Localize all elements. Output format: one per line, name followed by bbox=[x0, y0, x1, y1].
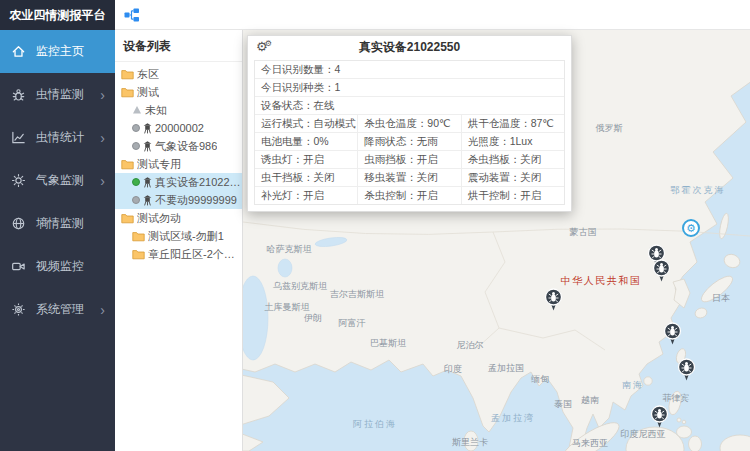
tree-node-label: 东区 bbox=[137, 67, 159, 82]
insect-device-marker[interactable] bbox=[650, 405, 669, 428]
popup-grid-cell: 杀虫仓温度：90℃ bbox=[358, 115, 461, 132]
popup-grid-cell: 降雨状态：无雨 bbox=[358, 133, 461, 150]
sidebar-item-monitor-home[interactable]: 监控主页 bbox=[0, 30, 115, 73]
sidebar-item-label: 气象监测 bbox=[36, 172, 84, 189]
sidebar-item-soil-monitor[interactable]: 墒情监测 bbox=[0, 202, 115, 245]
soil-icon bbox=[10, 216, 27, 231]
folder-icon bbox=[121, 87, 134, 98]
popup-grid-row: 补光灯：开启杀虫控制：开启烘干控制：开启 bbox=[255, 187, 564, 204]
insect-device-marker[interactable] bbox=[652, 259, 671, 282]
popup-grid-cell: 运行模式：自动模式 bbox=[255, 115, 358, 132]
tree-toggle-icon[interactable] bbox=[124, 7, 140, 23]
tree-folder[interactable]: 测试专用 bbox=[115, 155, 242, 173]
status-dot-gray bbox=[132, 124, 140, 132]
popup-grid-cell: 电池电量：0% bbox=[255, 133, 358, 150]
insect-device-marker[interactable] bbox=[677, 358, 696, 381]
tree-folder[interactable]: 测试 bbox=[115, 83, 242, 101]
weather-icon bbox=[10, 173, 27, 188]
app-root: 俄罗斯蒙古国哈萨克斯坦乌兹别克斯坦吉尔吉斯斯坦土库曼斯坦伊朗阿富汗巴基斯坦尼泊尔… bbox=[0, 0, 750, 451]
popup-grid-cell: 杀虫控制：开启 bbox=[358, 187, 461, 204]
status-dot-green bbox=[132, 178, 140, 186]
tree-device[interactable]: 不要动99999999 bbox=[115, 191, 242, 209]
insect-device-marker[interactable] bbox=[544, 288, 563, 311]
tree-node-label: 测试专用 bbox=[137, 157, 181, 172]
sidebar-item-label: 虫情监测 bbox=[36, 86, 84, 103]
tree-device[interactable]: 未知 bbox=[115, 101, 242, 119]
chart-icon bbox=[10, 130, 27, 145]
gear-icon bbox=[10, 302, 27, 317]
tree-node-label: 测试区域-勿删1 bbox=[148, 229, 224, 244]
popup-grid-cell: 虫雨挡板：开启 bbox=[358, 151, 461, 168]
sidebar: 农业四情测报平台 监控主页虫情监测›虫情统计›气象监测›墒情监测视频监控系统管理… bbox=[0, 0, 115, 451]
device-popup: ⚙⚙ 真实设备21022550 今日识别数量：4今日识别种类：1设备状态：在线运… bbox=[247, 35, 572, 212]
tree-node-label: 20000002 bbox=[155, 122, 204, 134]
tree-device[interactable]: 气象设备986 bbox=[115, 137, 242, 155]
tree-folder[interactable]: 测试区域-勿删1 bbox=[115, 227, 242, 245]
tree-node-label: 章丘阳丘区-2个摄像头 bbox=[148, 247, 242, 262]
popup-grid-cell: 光照度：1Lux bbox=[462, 133, 564, 150]
settings-gears-icon[interactable]: ⚙⚙ bbox=[256, 36, 275, 60]
sidebar-item-insect-monitor[interactable]: 虫情监测› bbox=[0, 73, 115, 116]
popup-stat-text: 今日识别种类：1 bbox=[255, 79, 346, 96]
sidebar-item-label: 墒情监测 bbox=[36, 215, 84, 232]
popup-grid-row: 虫干挡板：关闭移虫装置：关闭震动装置：关闭 bbox=[255, 169, 564, 187]
popup-grid-cell: 烘干仓温度：87℃ bbox=[462, 115, 564, 132]
trap-device-icon bbox=[143, 123, 152, 134]
insect-device-marker[interactable] bbox=[663, 322, 682, 345]
popup-stat-text: 设备状态：在线 bbox=[255, 97, 341, 114]
popup-grid-row: 运行模式：自动模式杀虫仓温度：90℃烘干仓温度：87℃ bbox=[255, 115, 564, 133]
popup-grid-cell: 诱虫灯：开启 bbox=[255, 151, 358, 168]
tree-node-label: 未知 bbox=[145, 103, 167, 118]
topbar bbox=[115, 0, 750, 30]
popup-header: ⚙⚙ 真实设备21022550 bbox=[248, 36, 571, 58]
popup-table: 今日识别数量：4今日识别种类：1设备状态：在线运行模式：自动模式杀虫仓温度：90… bbox=[254, 60, 565, 205]
chevron-right-icon: › bbox=[100, 174, 105, 188]
popup-title: 真实设备21022550 bbox=[359, 40, 460, 54]
tree-folder[interactable]: 章丘阳丘区-2个摄像头 bbox=[115, 245, 242, 263]
chevron-right-icon: › bbox=[100, 303, 105, 317]
folder-icon bbox=[121, 69, 134, 80]
trap-device-icon bbox=[143, 141, 152, 152]
popup-grid-row: 诱虫灯：开启虫雨挡板：开启杀虫挡板：关闭 bbox=[255, 151, 564, 169]
tree-folder[interactable]: 测试勿动 bbox=[115, 209, 242, 227]
sidebar-item-label: 系统管理 bbox=[36, 301, 84, 318]
folder-icon bbox=[132, 231, 145, 242]
popup-stat-row: 设备状态：在线 bbox=[255, 97, 564, 115]
tree-node-label: 不要动99999999 bbox=[155, 193, 237, 208]
chevron-right-icon: › bbox=[100, 88, 105, 102]
tree-folder[interactable]: 东区 bbox=[115, 65, 242, 83]
sidebar-item-insect-stats[interactable]: 虫情统计› bbox=[0, 116, 115, 159]
popup-grid-cell: 补光灯：开启 bbox=[255, 187, 358, 204]
status-dot-gray bbox=[132, 142, 140, 150]
device-tree: 东区测试未知20000002气象设备986测试专用真实设备21022550不要动… bbox=[115, 62, 242, 263]
trap-device-icon bbox=[143, 195, 152, 206]
bug-icon bbox=[10, 87, 27, 102]
device-panel: 设备列表 东区测试未知20000002气象设备986测试专用真实设备210225… bbox=[115, 30, 243, 451]
sidebar-item-label: 视频监控 bbox=[36, 258, 84, 275]
home-icon bbox=[10, 44, 27, 59]
status-dot-gray bbox=[132, 196, 140, 204]
blue-tools-marker[interactable]: ⚙ bbox=[682, 219, 700, 237]
video-icon bbox=[10, 259, 27, 274]
sidebar-menu: 监控主页虫情监测›虫情统计›气象监测›墒情监测视频监控系统管理› bbox=[0, 30, 115, 331]
sidebar-item-video-monitor[interactable]: 视频监控 bbox=[0, 245, 115, 288]
sidebar-item-weather-monitor[interactable]: 气象监测› bbox=[0, 159, 115, 202]
popup-grid-cell: 烘干控制：开启 bbox=[462, 187, 564, 204]
app-title: 农业四情测报平台 bbox=[0, 0, 115, 30]
trap-device-icon bbox=[143, 177, 152, 188]
folder-icon bbox=[121, 213, 134, 224]
sidebar-item-label: 虫情统计 bbox=[36, 129, 84, 146]
tree-device[interactable]: 真实设备21022550 bbox=[115, 173, 242, 191]
popup-stat-row: 今日识别数量：4 bbox=[255, 61, 564, 79]
popup-grid-cell: 杀虫挡板：关闭 bbox=[462, 151, 564, 168]
popup-grid-cell: 移虫装置：关闭 bbox=[358, 169, 461, 186]
popup-stat-text: 今日识别数量：4 bbox=[255, 61, 346, 78]
tree-node-label: 测试 bbox=[137, 85, 159, 100]
popup-stat-row: 今日识别种类：1 bbox=[255, 79, 564, 97]
popup-grid-cell: 震动装置：关闭 bbox=[462, 169, 564, 186]
tree-device[interactable]: 20000002 bbox=[115, 119, 242, 137]
sidebar-item-system-manage[interactable]: 系统管理› bbox=[0, 288, 115, 331]
folder-icon bbox=[121, 159, 134, 170]
device-panel-title: 设备列表 bbox=[115, 30, 242, 62]
popup-grid-row: 电池电量：0%降雨状态：无雨光照度：1Lux bbox=[255, 133, 564, 151]
